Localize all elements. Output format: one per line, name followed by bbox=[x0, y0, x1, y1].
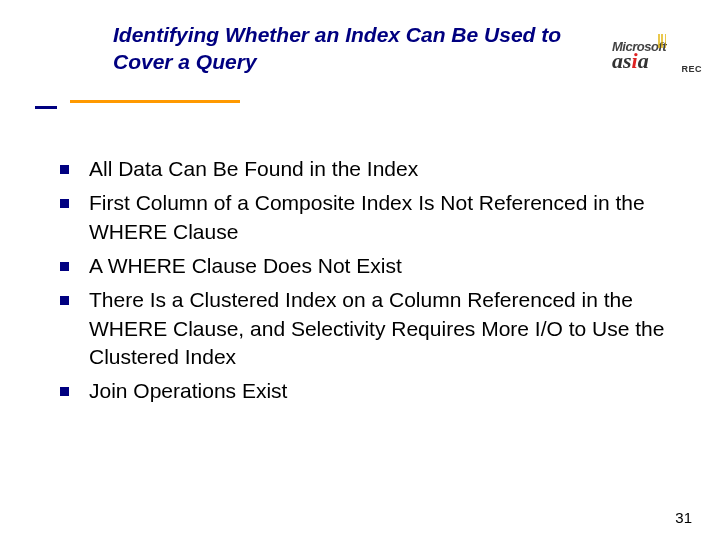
title-underline bbox=[10, 100, 310, 109]
content-body: All Data Can Be Found in the Index First… bbox=[60, 155, 680, 412]
slide: Identifying Whether an Index Can Be Used… bbox=[0, 0, 720, 540]
logo-rec-text: REC bbox=[681, 64, 702, 74]
logo-block: Microsoft asia REC bbox=[612, 40, 702, 82]
orange-rule-icon bbox=[70, 100, 240, 103]
bullet-text: Join Operations Exist bbox=[89, 377, 680, 405]
bullet-text: First Column of a Composite Index Is Not… bbox=[89, 189, 680, 246]
page-number: 31 bbox=[675, 509, 692, 526]
slide-title: Identifying Whether an Index Can Be Used… bbox=[113, 22, 593, 76]
bullet-text: All Data Can Be Found in the Index bbox=[89, 155, 680, 183]
list-item: There Is a Clustered Index on a Column R… bbox=[60, 286, 680, 371]
list-item: All Data Can Be Found in the Index bbox=[60, 155, 680, 183]
square-bullet-icon bbox=[60, 165, 69, 174]
square-bullet-icon bbox=[60, 262, 69, 271]
list-item: First Column of a Composite Index Is Not… bbox=[60, 189, 680, 246]
navy-rule-icon bbox=[35, 106, 57, 109]
list-item: A WHERE Clause Does Not Exist bbox=[60, 252, 680, 280]
square-bullet-icon bbox=[60, 296, 69, 305]
bullet-text: A WHERE Clause Does Not Exist bbox=[89, 252, 680, 280]
square-bullet-icon bbox=[60, 199, 69, 208]
list-item: Join Operations Exist bbox=[60, 377, 680, 405]
logo-stripes-icon bbox=[658, 34, 692, 48]
square-bullet-icon bbox=[60, 387, 69, 396]
bullet-text: There Is a Clustered Index on a Column R… bbox=[89, 286, 680, 371]
